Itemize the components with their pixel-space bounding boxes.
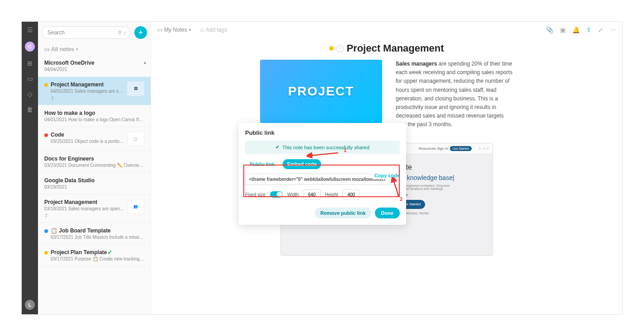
note-meta: 03/18/2021 Sales managers are spen…	[44, 206, 124, 211]
attachment-icon[interactable]: 📎	[546, 26, 554, 33]
width-label: Width	[287, 192, 299, 197]
color-dot	[44, 229, 48, 233]
share-icon: ⇪	[44, 213, 124, 218]
note-sidebar: Search ⚲ ⌕ + ▭All notes▾ Microsoft OneDr…	[38, 22, 151, 314]
expand-icon[interactable]: ⤢	[598, 26, 603, 33]
note-title: Project Management	[44, 199, 124, 205]
list-item[interactable]: Project Management 04/01/2021 Sales mana…	[38, 77, 151, 105]
fixed-size-label: Fixed size	[245, 192, 265, 197]
note-title: Microsoft OneDrive	[44, 60, 144, 66]
get-started-button[interactable]: Get Started	[450, 146, 472, 151]
check-icon: ✔	[275, 144, 279, 150]
tab-embed-code[interactable]: Embed code	[283, 159, 321, 169]
breadcrumb[interactable]: ▭ My Notes ▾	[157, 27, 191, 33]
color-dot	[44, 251, 48, 255]
hero-image: PROJECT	[260, 60, 382, 123]
list-item[interactable]: Code 03/25/2021 Object code is a portion…	[38, 127, 151, 151]
search-input[interactable]: Search ⚲ ⌕	[42, 26, 131, 39]
list-item[interactable]: Google Data Studio 03/19/2021	[38, 173, 151, 194]
color-dot	[44, 83, 48, 87]
copy-code-link[interactable]: Copy code	[373, 172, 400, 179]
search-icon[interactable]: ⌕	[123, 30, 127, 36]
tab-public-link[interactable]: Public link	[245, 159, 279, 169]
remove-public-link-button[interactable]: Remove public link	[315, 208, 371, 218]
filter-icon[interactable]: ⚲	[118, 30, 122, 36]
note-meta: 03/23/2021 Document Commenting ✏️ Overvi…	[44, 163, 144, 168]
done-button[interactable]: Done	[375, 208, 400, 218]
note-title: Code	[51, 132, 124, 138]
note-title: Project Plan Template✔	[51, 249, 144, 256]
width-input[interactable]	[303, 189, 321, 199]
public-link-modal: Public link ✔ This note has been success…	[239, 123, 406, 225]
all-notes-dropdown[interactable]: ▭All notes▾	[38, 43, 151, 55]
share-icon[interactable]: ⇪	[586, 26, 592, 33]
annotation-label-2: 2	[400, 196, 402, 202]
note-meta: 04/01/2021 Sales managers are spen…	[51, 89, 124, 94]
modal-title: Public link	[245, 129, 400, 136]
note-meta: 03/25/2021 Object code is a portion …	[51, 139, 124, 144]
color-dot	[44, 133, 48, 137]
note-meta: 04/04/2021	[44, 67, 144, 72]
list-item[interactable]: Project Plan Template✔ 03/17/2021 Purpos…	[38, 245, 151, 266]
list-item[interactable]: Project Management 03/18/2021 Sales mana…	[38, 194, 151, 223]
height-input[interactable]	[342, 189, 360, 199]
add-tags-button[interactable]: ◇ Add tags	[200, 27, 227, 33]
doc-paragraph: Sales managers are spending 20% of their…	[396, 60, 513, 129]
list-item[interactable]: Microsoft OneDrive 04/04/2021 ▴	[38, 55, 151, 77]
share-icon: ⇪	[51, 95, 124, 100]
hero-text: PROJECT	[288, 84, 354, 99]
list-item[interactable]: How to make a logo 04/01/2021 How to mak…	[38, 105, 151, 127]
tag-icon[interactable]: ◇	[26, 90, 33, 98]
annotation-label-1: 1	[344, 147, 346, 153]
note-meta: 03/17/2021 Job Title Mission Include a m…	[51, 235, 144, 240]
note-title: 📋 Job Board Template	[51, 227, 144, 234]
color-dot	[329, 46, 334, 51]
page-title: ☺ Project Management	[169, 43, 604, 54]
avatar-bottom[interactable]: L	[25, 300, 35, 310]
note-meta: 03/19/2021	[44, 185, 144, 189]
tag-icon: ◇	[200, 27, 204, 33]
folder-icon: ▭	[157, 27, 162, 33]
note-meta: 04/01/2021 How to make a logo Open Canva…	[44, 117, 144, 122]
note-title: Google Data Studio	[44, 177, 144, 184]
topbar: ▭ My Notes ▾ · ◇ Add tags 📎 ▣ 🔔 ⇪ ⤢ ⋯	[151, 22, 622, 38]
app-rail: ☰ C ⊞ ▭ ◇ 🗑 L	[22, 22, 38, 314]
note-meta: 03/17/2021 Purpose 📋 Create new tracking…	[51, 256, 144, 261]
height-label: Height	[325, 192, 338, 197]
list-item[interactable]: 📋 Job Board Template 03/17/2021 Job Titl…	[38, 223, 151, 245]
search-placeholder: Search	[47, 29, 65, 36]
chevron-down-icon: ▾	[189, 28, 191, 32]
success-banner: ✔ This note has been successfully shared	[245, 141, 400, 154]
note-title: How to make a logo	[44, 110, 144, 116]
bell-icon[interactable]: 🔔	[572, 26, 580, 33]
grid-icon[interactable]: ⊞	[26, 60, 33, 67]
fixed-size-toggle[interactable]	[270, 191, 283, 198]
menu-icon[interactable]: ☰	[26, 26, 33, 33]
qr-icon[interactable]: ▣	[560, 26, 566, 33]
more-icon[interactable]: ⋯	[610, 26, 616, 33]
add-note-button[interactable]: +	[134, 26, 147, 39]
note-thumbnail: 👥	[127, 199, 144, 213]
chevron-up-icon[interactable]: ▴	[144, 60, 146, 65]
note-title: Docs for Engineers	[44, 156, 144, 162]
emoji-placeholder-icon[interactable]: ☺	[336, 45, 344, 52]
note-thumbnail: 🖼	[127, 81, 144, 96]
folder-icon[interactable]: ▭	[26, 75, 33, 82]
trash-icon[interactable]: 🗑	[26, 106, 33, 113]
note-title: Project Management	[51, 81, 124, 88]
list-item[interactable]: Docs for Engineers 03/23/2021 Document C…	[38, 151, 151, 173]
note-list: Microsoft OneDrive 04/04/2021 ▴ Project …	[38, 55, 151, 314]
avatar[interactable]: C	[25, 42, 35, 52]
note-thumbnail: ⬚	[127, 132, 144, 146]
check-icon: ✔	[108, 249, 112, 256]
